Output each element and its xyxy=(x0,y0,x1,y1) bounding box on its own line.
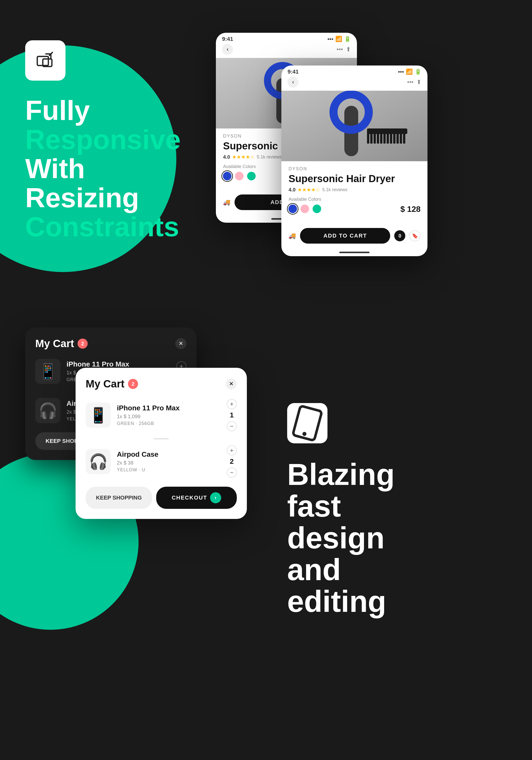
iphone-icon-white: 📱 xyxy=(89,406,108,424)
airpods-icon-white: 🎧 xyxy=(89,453,108,471)
svg-rect-30 xyxy=(383,131,386,144)
status-bar-2: 9:41 ▪▪▪ 📶 🔋 xyxy=(281,66,427,76)
cart-header-left-white: My Cart 2 xyxy=(86,378,138,390)
cart-footer-white: KEEP SHOPPING CHECKOUT › xyxy=(86,487,237,509)
battery-icon-2: 🔋 xyxy=(414,69,421,75)
item-info-airpod-white: Airpod Case 2x $ 38 YELLOW · U xyxy=(117,451,221,473)
resize-icon xyxy=(35,50,55,71)
svg-rect-26 xyxy=(370,131,372,144)
section-responsive: Fully Responsive With Resizing Constrain… xyxy=(0,0,532,302)
home-indicator-2 xyxy=(339,252,369,253)
product-image-2 xyxy=(281,91,427,161)
resize-icon-box xyxy=(25,40,66,81)
svg-rect-27 xyxy=(373,131,376,144)
cart-white: My Cart 2 ✕ 📱 iPhone 11 Pro Max 1x $ 1,0… xyxy=(75,368,247,519)
qty-minus-airpod-white[interactable]: − xyxy=(227,467,237,478)
color-blue-2[interactable] xyxy=(288,205,297,213)
mobile-icon-box xyxy=(287,403,327,443)
cart-divider-white xyxy=(154,438,169,439)
item-name-iphone-dark: iPhone 11 Pro Max xyxy=(67,360,170,368)
cart-header-white: My Cart 2 ✕ xyxy=(86,378,237,390)
mobile-icon xyxy=(287,403,327,443)
share-icon-2[interactable]: ⬆ xyxy=(416,78,421,86)
checkout-btn-white[interactable]: CHECKOUT › xyxy=(156,487,237,509)
svg-rect-33 xyxy=(393,131,396,144)
back-button-1[interactable]: ‹ xyxy=(222,44,233,55)
close-btn-dark[interactable]: ✕ xyxy=(175,338,186,349)
phone-header-1: ‹ ••• ⬆ xyxy=(216,44,357,58)
status-icons-1: ▪▪▪ 📶 🔋 xyxy=(327,36,351,42)
qty-val-airpod-white: 2 xyxy=(228,457,235,465)
add-to-cart-btn-2[interactable]: ADD TO CART xyxy=(300,228,390,244)
cart-item-2-white: 🎧 Airpod Case 2x $ 38 YELLOW · U + 2 − xyxy=(86,445,237,478)
color-blue-1[interactable] xyxy=(223,172,231,180)
item-name-airpod-white: Airpod Case xyxy=(117,451,221,458)
cart-title-dark: My Cart xyxy=(35,338,74,350)
battery-icon: 🔋 xyxy=(344,36,351,42)
blazing-headline: Blazing fast design and editing xyxy=(287,458,512,617)
qty-control-iphone-white: + 1 − xyxy=(227,399,237,431)
dryer-illustration-2 xyxy=(281,91,427,161)
wifi-icon-2: 📶 xyxy=(406,69,412,75)
item-img-iphone-dark: 📱 xyxy=(35,359,61,384)
delivery-icon-1: 🚚 xyxy=(223,199,230,206)
color-teal-1[interactable] xyxy=(247,172,256,180)
iphone-icon-dark: 📱 xyxy=(38,362,57,380)
close-btn-white[interactable]: ✕ xyxy=(226,378,237,390)
colors-label-2: Available Colors xyxy=(288,197,420,202)
dots-icon-1: ••• xyxy=(337,46,343,53)
right-content-section2: Blazing fast design and editing xyxy=(267,327,512,617)
item-img-iphone-white: 📱 xyxy=(86,403,111,428)
svg-rect-29 xyxy=(380,131,382,144)
responsive-headline: Fully Responsive With Resizing Constrain… xyxy=(25,96,181,241)
cart-item-1-white: 📱 iPhone 11 Pro Max 1x $ 1,099 GREEN · 2… xyxy=(86,399,237,431)
phones-area: 9:41 ▪▪▪ 📶 🔋 ‹ ••• ⬆ xyxy=(196,25,512,302)
wifi-icon: 📶 xyxy=(335,36,342,42)
color-pink-1[interactable] xyxy=(235,172,244,180)
airpods-icon-dark: 🎧 xyxy=(38,402,57,420)
share-icon-1[interactable]: ⬆ xyxy=(346,46,351,53)
cart-title-white: My Cart xyxy=(86,378,124,390)
item-variant-airpod-white: YELLOW · U xyxy=(117,467,221,473)
item-img-airpod-white: 🎧 xyxy=(86,449,111,474)
phone-footer-2: 🚚 ADD TO CART 0 🔖 xyxy=(281,224,427,250)
item-variant-iphone-white: GREEN · 256GB xyxy=(117,421,221,426)
color-swatches-2: $ 128 xyxy=(288,205,420,214)
item-qty-iphone-white: 1x $ 1,099 xyxy=(117,414,221,419)
status-bar-1: 9:41 ▪▪▪ 📶 🔋 xyxy=(216,33,357,44)
time-1: 9:41 xyxy=(222,36,233,42)
cart-badge-white: 2 xyxy=(128,379,138,389)
svg-rect-36 xyxy=(403,131,405,144)
rating-num-1: 4.0 xyxy=(223,154,230,160)
time-2: 9:41 xyxy=(287,69,299,75)
price-2: $ 128 xyxy=(400,205,420,214)
stars-1: ★★★★☆ xyxy=(232,154,255,160)
delivery-icon-2: 🚚 xyxy=(288,232,296,239)
svg-rect-37 xyxy=(293,406,322,441)
qty-minus-iphone-white[interactable]: − xyxy=(227,421,237,431)
color-teal-2[interactable] xyxy=(313,205,321,213)
bookmark-btn-2[interactable]: 🔖 xyxy=(409,230,420,241)
qty-control-airpod-white: + 2 − xyxy=(227,445,237,478)
svg-rect-34 xyxy=(397,131,399,144)
phone-header-2: ‹ ••• ⬆ xyxy=(281,76,427,91)
svg-rect-25 xyxy=(367,131,369,144)
qty-val-iphone-white: 1 xyxy=(228,411,235,419)
svg-rect-28 xyxy=(377,131,379,144)
back-button-2[interactable]: ‹ xyxy=(287,76,299,88)
qty-plus-airpod-white[interactable]: + xyxy=(227,445,237,455)
signal-icon-2: ▪▪▪ xyxy=(398,69,404,75)
phone-mockup-2: 9:41 ▪▪▪ 📶 🔋 ‹ ••• ⬆ xyxy=(281,66,427,256)
item-name-iphone-white: iPhone 11 Pro Max xyxy=(117,404,221,412)
rating-num-2: 4.0 xyxy=(288,187,296,193)
cart-count-badge-2: 0 xyxy=(394,230,405,241)
cart-header-left-dark: My Cart 2 xyxy=(35,338,88,350)
rating-row-2: 4.0 ★★★★☆ 5.1k reviews xyxy=(288,187,420,193)
color-pink-2[interactable] xyxy=(301,205,309,213)
cart-area: My Cart 2 ✕ 📱 iPhone 11 Pro Max 1x $ 1,0… xyxy=(25,327,252,460)
product-info-2: DYSON Supersonic Hair Dryer 4.0 ★★★★☆ 5.… xyxy=(281,161,427,224)
signal-icon: ▪▪▪ xyxy=(327,36,333,42)
cart-header-dark: My Cart 2 ✕ xyxy=(35,338,186,350)
qty-plus-iphone-white[interactable]: + xyxy=(227,399,237,409)
keep-shopping-btn-white[interactable]: KEEP SHOPPING xyxy=(86,487,152,509)
